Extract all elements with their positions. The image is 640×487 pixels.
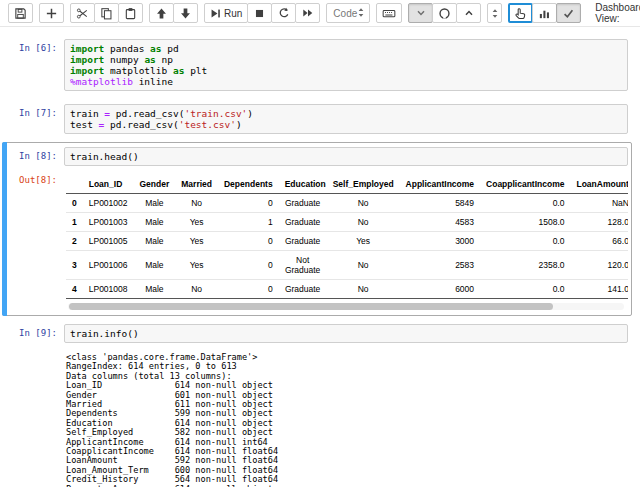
table-cell: Graduate (279, 232, 327, 251)
command-palette-button[interactable] (376, 3, 402, 23)
notebook-toolbar: Run Code (0, 0, 640, 27)
table-cell: Not Graduate (279, 251, 327, 280)
column-header: LoanAmount (570, 175, 628, 194)
row-index: 3 (66, 251, 83, 280)
table-cell: 141.0 (570, 280, 628, 299)
column-header: Self_Employed (327, 175, 400, 194)
validate-button[interactable] (556, 3, 581, 23)
horizontal-scrollbar (68, 303, 624, 310)
table-cell: LP001008 (83, 280, 134, 299)
keyboard-icon (382, 7, 396, 20)
info-output-text: <class 'pandas.core.frame.DataFrame'> Ra… (66, 353, 626, 487)
code-input[interactable]: train.info() (64, 324, 628, 343)
selected-cell-indicator (2, 142, 7, 316)
code-input[interactable]: train = pd.read_csv('train.csv')test = p… (64, 104, 628, 134)
insert-group (39, 3, 64, 23)
arrow-down-icon (179, 7, 192, 20)
column-header: Loan_ID (83, 175, 134, 194)
output-prompt: Out[8]: (6, 171, 64, 311)
table-row: 2LP001005MaleYes0GraduateYes30000.066.03… (66, 232, 628, 251)
move-cell-up-button[interactable] (149, 3, 174, 23)
edit-group (70, 3, 143, 23)
table-cell: LP001005 (83, 232, 134, 251)
table-cell: 5849 (400, 194, 480, 213)
table-cell: 0 (218, 232, 279, 251)
column-header: ApplicantIncome (400, 175, 480, 194)
collapse-button[interactable] (456, 3, 481, 23)
move-cell-down-button[interactable] (173, 3, 198, 23)
table-cell: 0 (218, 251, 279, 280)
chart-tool-button[interactable] (532, 3, 557, 23)
table-cell: No (175, 280, 218, 299)
mini-select-group (487, 3, 502, 23)
column-header: Married (175, 175, 218, 194)
table-cell: Graduate (279, 194, 327, 213)
table-cell: 0 (218, 194, 279, 213)
table-cell: 1508.0 (480, 213, 570, 232)
table-row: 4LP001008MaleNo0GraduateNo60000.0141.036… (66, 280, 628, 299)
restart-run-all-button[interactable] (295, 3, 320, 23)
save-button[interactable] (8, 3, 33, 23)
select-spinner-icon (357, 7, 365, 20)
column-header: Gender (134, 175, 176, 194)
table-cell: No (175, 194, 218, 213)
copy-button[interactable] (94, 3, 119, 23)
code-input[interactable]: train.head() (64, 147, 628, 166)
table-cell: 2583 (400, 251, 480, 280)
code-cell-8[interactable]: In [8]: train.head() Out[8]: Loan_IDGend… (2, 142, 632, 316)
ext-group (408, 3, 481, 23)
table-cell: 0 (218, 280, 279, 299)
hand-tool-button[interactable] (508, 3, 533, 23)
interrupt-kernel-button[interactable] (247, 3, 272, 23)
scissors-icon (76, 7, 89, 20)
table-cell: 128.0 (570, 213, 628, 232)
table-cell: 1 (218, 213, 279, 232)
table-cell: 120.0 (570, 251, 628, 280)
hand-pointer-icon (514, 7, 527, 20)
table-cell: Graduate (279, 213, 327, 232)
refresh-icon (278, 7, 290, 19)
table-row: 0LP001002MaleNo0GraduateNo58490.0NaN360.… (66, 194, 628, 213)
table-cell: LP001003 (83, 213, 134, 232)
table-cell: Yes (175, 232, 218, 251)
table-cell: 0.0 (480, 194, 570, 213)
output-prompt-spacer (6, 348, 64, 487)
scrollbar-thumb[interactable] (69, 303, 553, 310)
check-mark-icon (562, 7, 575, 20)
code-input[interactable]: import pandas as pdimport numpy as npimp… (64, 39, 628, 91)
mini-select[interactable] (487, 3, 502, 23)
arrow-up-icon (155, 7, 168, 20)
table-cell: Yes (175, 251, 218, 280)
row-index: 0 (66, 194, 83, 213)
table-cell: Male (134, 280, 176, 299)
restart-kernel-button[interactable] (271, 3, 296, 23)
celltoolbar-toggle-button[interactable] (408, 3, 433, 23)
clipboard-icon (124, 7, 137, 20)
row-index: 4 (66, 280, 83, 299)
column-header: CoapplicantIncome (480, 175, 570, 194)
up-down-spinner-icon (491, 8, 499, 19)
table-cell: 6000 (400, 280, 480, 299)
move-group (149, 3, 198, 23)
table-cell: Graduate (279, 280, 327, 299)
insert-cell-button[interactable] (39, 3, 64, 23)
paste-button[interactable] (118, 3, 143, 23)
dataframe-table: Loan_IDGenderMarriedDependentsEducationS… (66, 175, 628, 299)
table-cell: Male (134, 232, 176, 251)
gist-button[interactable] (432, 3, 457, 23)
table-cell: No (327, 251, 400, 280)
column-header: Education (279, 175, 327, 194)
cut-button[interactable] (70, 3, 95, 23)
cell-type-select[interactable]: Code (326, 3, 370, 23)
run-button-label: Run (224, 8, 242, 19)
code-cell-7: In [7]: train = pd.read_csv('train.csv')… (2, 99, 632, 139)
table-cell: 66.0 (570, 232, 628, 251)
table-cell: 0.0 (480, 232, 570, 251)
copy-icon (100, 7, 113, 20)
row-index: 1 (66, 213, 83, 232)
row-index: 2 (66, 232, 83, 251)
stop-icon (254, 8, 265, 19)
chevron-down-icon (415, 7, 427, 19)
chevron-up-icon (463, 7, 475, 19)
run-button[interactable]: Run (204, 3, 248, 23)
